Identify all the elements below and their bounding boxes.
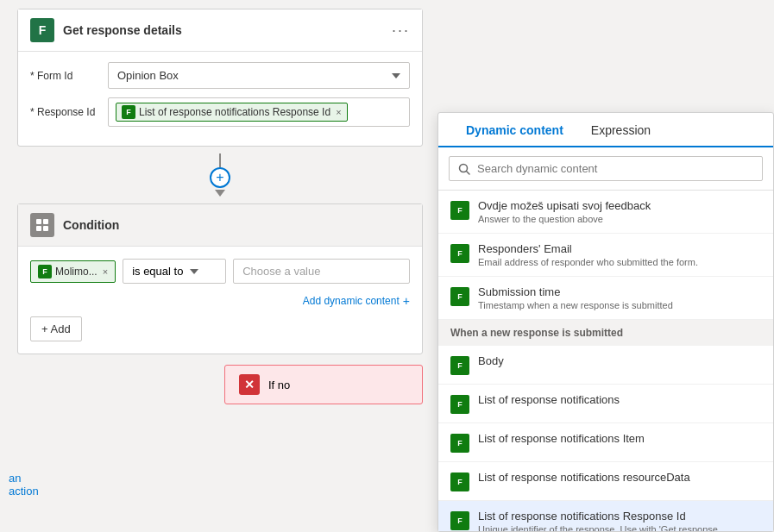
connector-1: +: [17, 147, 423, 203]
item-title-body: Body: [478, 354, 761, 367]
add-action-text: an action: [9, 472, 39, 498]
if-no-card: ✕ If no: [224, 365, 423, 404]
card-body: * Form Id Opinion Box * Response Id F Li…: [18, 52, 422, 146]
item-icon-resource-data: F: [450, 473, 469, 491]
item-icon-feedback: F: [450, 201, 469, 220]
item-title-response-id: List of response notifications Response …: [478, 510, 761, 523]
condition-token-text: Molimo...: [55, 266, 98, 278]
panel-item-body[interactable]: F Body: [438, 346, 773, 385]
condition-header: Condition: [18, 204, 422, 247]
condition-token[interactable]: F Molimo... ×: [30, 260, 116, 283]
form-id-label: * Form Id: [30, 70, 99, 82]
item-title-resource-data: List of response notifications resourceD…: [478, 471, 761, 484]
item-title-list-notif: List of response notifications: [478, 393, 761, 406]
token-forms-icon: F: [122, 105, 135, 119]
workflow-area: F Get response details ··· * Form Id Opi…: [0, 0, 440, 532]
response-id-label: * Response Id: [30, 106, 99, 118]
item-title-feedback: Ovdje možeš upisati svoj feedback: [478, 199, 761, 212]
item-icon-list-notif-item: F: [450, 434, 469, 453]
item-title-list-notif-item: List of response notifications Item: [478, 432, 761, 445]
panel-item-list-notif[interactable]: F List of response notifications: [438, 385, 773, 423]
svg-line-1: [467, 171, 470, 174]
token-remove-button[interactable]: ×: [336, 107, 341, 117]
panel-item-response-id[interactable]: F List of response notifications Respons…: [438, 501, 773, 531]
dynamic-link-plus: +: [403, 294, 410, 308]
item-content-list-notif-item: List of response notifications Item: [478, 432, 761, 447]
panel-item-resource-data[interactable]: F List of response notifications resourc…: [438, 462, 773, 501]
item-content-email: Responders' Email Email address of respo…: [478, 242, 761, 267]
condition-token-remove[interactable]: ×: [103, 266, 108, 277]
add-button[interactable]: + Add: [30, 316, 82, 341]
card-more-button[interactable]: ···: [392, 22, 410, 40]
condition-operator-chevron: [190, 269, 198, 274]
if-no-label: If no: [268, 379, 290, 391]
form-id-value: Opinion Box: [117, 69, 179, 82]
panel-search-area: [438, 147, 773, 191]
response-id-input[interactable]: F List of response notifications Respons…: [108, 97, 410, 127]
condition-value-placeholder: Choose a value: [242, 265, 320, 278]
condition-icon: [30, 213, 54, 237]
forms-f-letter: F: [39, 23, 47, 37]
item-desc-email: Email address of responder who submitted…: [478, 257, 761, 267]
search-box: [449, 156, 763, 181]
condition-value-input[interactable]: Choose a value: [233, 259, 410, 284]
tab-dynamic-content[interactable]: Dynamic content: [452, 113, 577, 147]
condition-title: Condition: [63, 218, 119, 232]
item-content-resource-data: List of response notifications resourceD…: [478, 471, 761, 485]
grid-icon: [36, 219, 48, 231]
item-icon-body: F: [450, 356, 469, 375]
panel-item-submission[interactable]: F Submission time Timestamp when a new r…: [438, 277, 773, 320]
item-icon-submission: F: [450, 287, 469, 306]
item-title-email: Responders' Email: [478, 242, 761, 255]
item-title-submission: Submission time: [478, 285, 761, 298]
add-step-button[interactable]: +: [210, 167, 230, 188]
forms-icon: F: [30, 18, 54, 42]
search-input[interactable]: [477, 162, 753, 175]
section-header: When a new response is submitted: [438, 320, 773, 346]
card-header-left: F Get response details: [30, 18, 182, 42]
add-action-link[interactable]: an action: [9, 472, 39, 498]
panel-item-email[interactable]: F Responders' Email Email address of res…: [438, 234, 773, 277]
form-id-row: * Form Id Opinion Box: [30, 62, 410, 89]
get-response-card: F Get response details ··· * Form Id Opi…: [17, 9, 423, 147]
item-icon-email: F: [450, 244, 469, 263]
item-desc-feedback: Answer to the question above: [478, 214, 761, 224]
card-title: Get response details: [63, 23, 182, 37]
dynamic-content-panel: Dynamic content Expression F Ovdje možeš…: [437, 112, 774, 532]
item-icon-response-id: F: [450, 511, 469, 530]
panel-content: F Ovdje možeš upisati svoj feedback Answ…: [438, 191, 773, 531]
item-icon-list-notif: F: [450, 395, 469, 414]
condition-token-icon: F: [38, 265, 52, 279]
panel-item-list-notif-item[interactable]: F List of response notifications Item: [438, 423, 773, 462]
add-button-label: + Add: [41, 322, 71, 335]
item-desc-response-id: Unique identifier of the response. Use w…: [478, 524, 761, 531]
item-content-response-id: List of response notifications Response …: [478, 510, 761, 531]
item-content-body: Body: [478, 354, 761, 369]
condition-operator-text: is equal to: [132, 265, 183, 278]
item-content-submission: Submission time Timestamp when a new res…: [478, 285, 761, 310]
form-id-select[interactable]: Opinion Box: [108, 62, 410, 89]
condition-row: F Molimo... × is equal to Choose a value: [30, 259, 410, 284]
condition-card: Condition F Molimo... × is equal to Choo…: [17, 203, 423, 354]
response-id-row: * Response Id F List of response notific…: [30, 97, 410, 127]
item-desc-submission: Timestamp when a new response is submitt…: [478, 300, 761, 310]
form-id-chevron: [392, 73, 400, 78]
search-icon: [458, 163, 470, 175]
add-dynamic-content-link[interactable]: Add dynamic content +: [303, 294, 410, 308]
if-no-icon: ✕: [239, 374, 260, 395]
item-content-list-notif: List of response notifications: [478, 393, 761, 408]
tab-expression[interactable]: Expression: [577, 113, 664, 147]
dynamic-link-text: Add dynamic content: [303, 295, 400, 307]
response-id-token: F List of response notifications Respons…: [116, 103, 348, 122]
panel-item-feedback[interactable]: F Ovdje možeš upisati svoj feedback Answ…: [438, 191, 773, 234]
condition-body: F Molimo... × is equal to Choose a value…: [18, 247, 422, 354]
connector-arrow: [215, 190, 225, 197]
condition-operator[interactable]: is equal to: [123, 259, 226, 284]
card-header: F Get response details ···: [18, 9, 422, 52]
if-no-section: ✕ If no: [17, 365, 423, 404]
item-content-feedback: Ovdje možeš upisati svoj feedback Answer…: [478, 199, 761, 224]
token-text: List of response notifications Response …: [139, 106, 330, 118]
panel-tabs: Dynamic content Expression: [438, 113, 773, 147]
connector-line-top: [219, 153, 221, 167]
